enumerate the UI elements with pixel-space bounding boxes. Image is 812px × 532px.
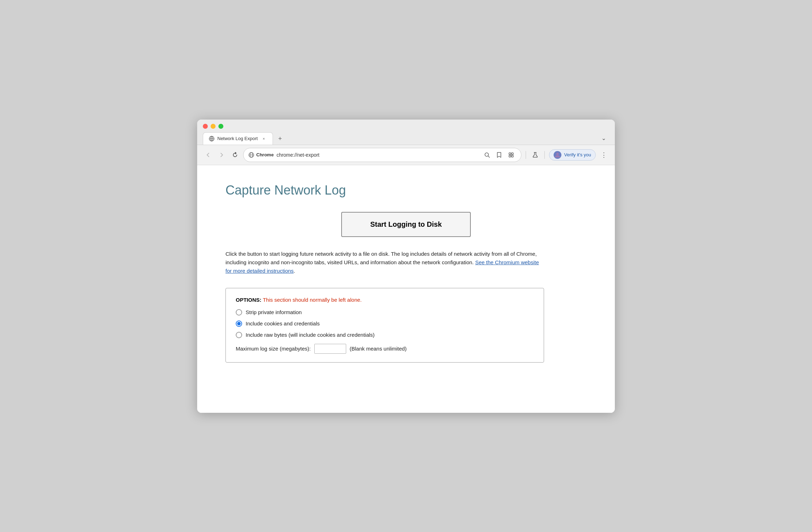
address-url: chrome://net-export [276, 152, 479, 158]
radio-raw-input[interactable] [236, 332, 242, 338]
forward-button[interactable] [216, 150, 227, 160]
address-icons [482, 150, 516, 160]
profile-button[interactable]: Verify it's you [549, 149, 596, 161]
radio-raw-label: Include raw bytes (will include cookies … [246, 332, 374, 338]
toolbar: Chrome chrome://net-export [197, 145, 615, 165]
minimize-button[interactable] [211, 124, 216, 129]
radio-strip-input[interactable] [236, 309, 242, 316]
browser-window: Network Log Export × + ⌄ [197, 120, 615, 413]
lab-button[interactable] [530, 150, 540, 160]
back-button[interactable] [203, 150, 213, 160]
page-title: Capture Network Log [225, 183, 587, 198]
svg-rect-9 [509, 153, 511, 155]
svg-rect-10 [511, 153, 513, 155]
tab-close-button[interactable]: × [261, 135, 267, 142]
radio-group: Strip private information Include cookie… [236, 309, 534, 338]
maximize-button[interactable] [218, 124, 223, 129]
zoom-button[interactable] [482, 150, 492, 160]
max-log-label: Maximum log size (megabytes): [236, 346, 311, 352]
toolbar-divider [526, 151, 526, 159]
description: Click the button to start logging future… [225, 250, 544, 275]
svg-rect-12 [511, 155, 513, 157]
svg-point-14 [556, 152, 559, 155]
traffic-lights [203, 124, 609, 129]
page-content: Capture Network Log Start Logging to Dis… [197, 165, 615, 413]
max-log-row: Maximum log size (megabytes): (Blank mea… [236, 344, 534, 354]
reload-button[interactable] [230, 150, 240, 160]
address-bar[interactable]: Chrome chrome://net-export [243, 148, 521, 162]
start-btn-container: Start Logging to Disk [225, 212, 587, 237]
radio-cookies-label: Include cookies and credentials [246, 320, 320, 326]
verify-label: Verify it's you [564, 152, 591, 157]
tab-dropdown-button[interactable]: ⌄ [598, 133, 609, 144]
start-logging-button[interactable]: Start Logging to Disk [341, 212, 471, 237]
address-favicon: Chrome [248, 152, 274, 158]
radio-strip-label: Strip private information [246, 309, 302, 315]
options-header: OPTIONS: This section should normally be… [236, 297, 534, 303]
options-box: OPTIONS: This section should normally be… [225, 288, 544, 363]
toolbar-divider-2 [544, 151, 545, 159]
extensions-button[interactable] [506, 150, 516, 160]
active-tab[interactable]: Network Log Export × [203, 132, 273, 145]
svg-rect-11 [509, 155, 511, 157]
title-bar: Network Log Export × + ⌄ [197, 120, 615, 145]
address-brand: Chrome [256, 152, 274, 157]
tabs-row: Network Log Export × + ⌄ [203, 132, 609, 145]
radio-cookies-item[interactable]: Include cookies and credentials [236, 320, 534, 327]
max-log-hint: (Blank means unlimited) [350, 346, 407, 352]
bookmark-button[interactable] [494, 150, 504, 160]
radio-strip-item[interactable]: Strip private information [236, 309, 534, 316]
radio-dot [237, 322, 241, 325]
close-button[interactable] [203, 124, 208, 129]
tab-favicon [209, 136, 215, 141]
menu-button[interactable]: ⋮ [599, 150, 609, 160]
new-tab-button[interactable]: + [274, 133, 286, 145]
svg-line-8 [488, 156, 490, 157]
radio-cookies-input[interactable] [236, 320, 242, 327]
max-log-input[interactable] [314, 344, 346, 354]
profile-avatar [554, 151, 561, 159]
options-warning: This section should normally be left alo… [262, 297, 362, 303]
description-period: . [294, 268, 295, 274]
options-label: OPTIONS: [236, 297, 262, 303]
tab-title: Network Log Export [217, 136, 258, 141]
radio-raw-item[interactable]: Include raw bytes (will include cookies … [236, 332, 534, 338]
